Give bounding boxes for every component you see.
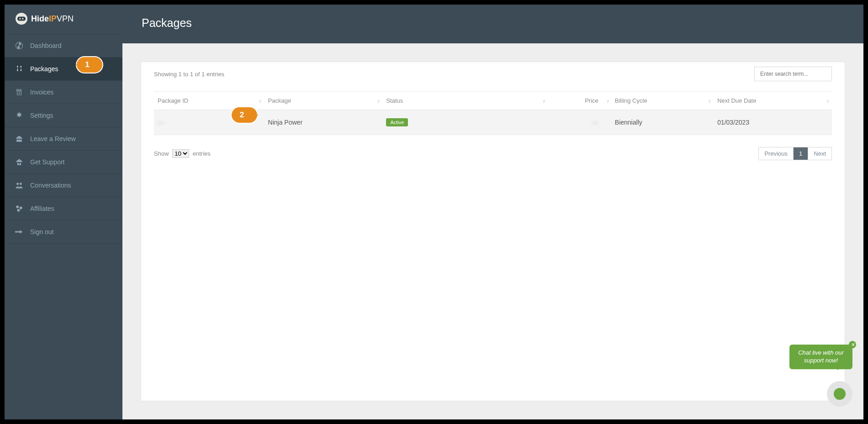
sidebar-item-invoices[interactable]: Invoices [5,80,122,104]
svg-point-10 [20,183,22,185]
support-icon [15,157,24,167]
pager: Previous 1 Next [758,147,832,160]
svg-point-13 [17,209,20,212]
pager-previous[interactable]: Previous [759,147,793,160]
sidebar-item-leave-review[interactable]: Leave a Review [5,127,122,150]
sort-icon: ↓↑ [708,98,710,104]
page-title: Packages [142,16,192,29]
svg-point-7 [20,66,21,67]
sort-icon: ↓↑ [259,98,261,104]
svg-point-4 [19,43,20,44]
sidebar-item-label: Dashboard [30,42,62,49]
entries-select[interactable]: 10 [172,149,189,158]
pager-page-1[interactable]: 1 [793,147,808,160]
settings-icon [15,111,24,120]
sort-icon: ↓↑ [826,98,828,104]
invoices-icon [15,88,24,97]
sidebar-item-label: Settings [30,112,53,119]
sidebar-item-conversations[interactable]: Conversations [5,173,122,197]
cell-next-due-date: 01/03/2023 [717,119,749,126]
brand-text: HideIPVPN [31,14,74,24]
sidebar-item-label: Invoices [30,89,53,96]
svg-point-5 [19,47,20,48]
cell-package: Ninja Power [268,119,302,126]
svg-rect-0 [17,17,26,21]
sidebar-item-dashboard[interactable]: Dashboard [5,34,122,57]
sidebar-item-packages[interactable]: Packages 1 [5,57,122,80]
col-status[interactable]: Status↓↑ [382,92,548,110]
sort-icon: ↓↑ [606,98,609,104]
sidebar-item-signout[interactable]: Sign out [5,220,122,244]
search-input[interactable] [754,67,832,81]
sidebar-item-label: Sign out [30,228,53,236]
cell-package-id: — [158,119,164,126]
table-row[interactable]: — 2 Ninja Power Active — Biennially 01/0… [154,110,832,135]
col-billing-cycle[interactable]: Billing Cycle↓↑ [611,92,714,110]
sort-icon: ↓↑ [542,98,545,104]
review-icon [15,134,24,143]
col-package[interactable]: Package↓↑ [265,92,383,110]
sidebar: HideIPVPN Dashboard Packages 1 Invoices [5,5,122,419]
sidebar-item-label: Packages [30,65,58,73]
show-entries: Show 10 entries [154,149,211,158]
affiliates-icon [15,204,24,213]
packages-icon [15,64,24,73]
svg-point-1 [19,18,21,19]
sidebar-item-label: Conversations [30,182,71,189]
signout-icon [15,227,24,236]
svg-point-6 [17,66,18,67]
sidebar-item-label: Leave a Review [30,135,76,142]
sidebar-item-label: Affiliates [30,205,54,212]
annotation-marker-1: 1 [77,57,102,73]
svg-point-12 [20,207,22,209]
chat-button[interactable] [827,381,852,407]
sidebar-item-get-support[interactable]: Get Support [5,150,122,173]
brand[interactable]: HideIPVPN [5,5,122,34]
status-badge: Active [386,118,408,126]
svg-point-2 [22,18,23,19]
page-header: Packages [122,5,863,43]
sort-icon: ↓↑ [376,98,379,104]
chat-icon [834,388,846,400]
col-price[interactable]: Price↓↑ [548,92,611,110]
annotation-marker-2: 2 [232,107,257,123]
col-next-due-date[interactable]: Next Due Date↓↑ [714,92,832,110]
sidebar-item-affiliates[interactable]: Affiliates [5,197,122,220]
chat-tooltip[interactable]: Chat live with our support now! ✕ [789,345,852,369]
packages-card: Showing 1 to 1 of 1 entries Package ID↓↑… [141,62,845,401]
sidebar-item-settings[interactable]: Settings [5,104,122,127]
cell-price: — [592,119,598,126]
brand-logo-icon [16,13,27,25]
svg-point-9 [16,183,19,185]
svg-point-11 [16,205,19,208]
packages-table: Package ID↓↑ Package↓↑ Status↓↑ Price↓↑ … [154,91,832,135]
entries-info: Showing 1 to 1 of 1 entries [154,71,224,78]
yinyang-icon [15,41,24,50]
cell-billing-cycle: Biennially [615,119,642,126]
sidebar-item-label: Get Support [30,158,65,166]
pager-next[interactable]: Next [808,147,831,160]
conversations-icon [15,181,24,190]
svg-point-8 [19,163,20,164]
